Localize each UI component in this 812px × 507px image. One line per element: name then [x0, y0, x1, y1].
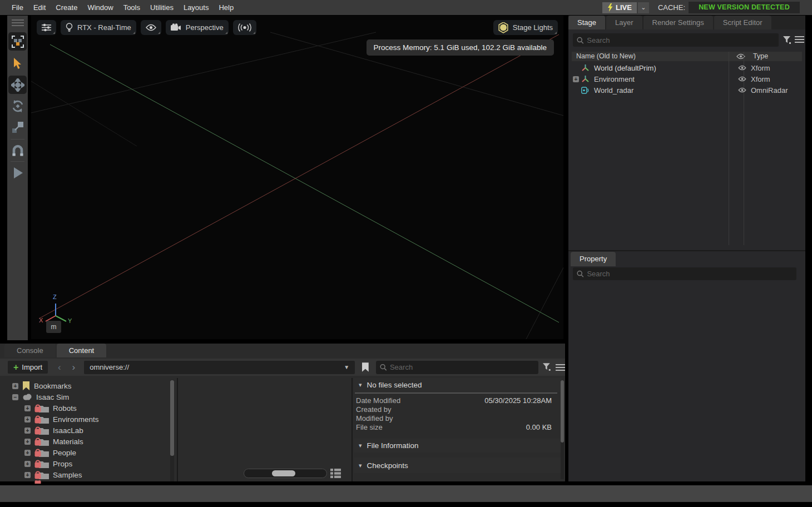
- import-button[interactable]: + Import: [8, 361, 48, 374]
- content-search-input[interactable]: [390, 363, 534, 371]
- details-scrollbar[interactable]: [561, 380, 564, 479]
- tree-item-robots[interactable]: + Robots: [4, 402, 171, 414]
- back-button[interactable]: ‹: [52, 362, 67, 373]
- tree-item-label: Isaac Sim: [36, 393, 69, 401]
- locked-folder-icon: [34, 415, 49, 424]
- slider-handle[interactable]: [272, 470, 295, 476]
- tree-item-props[interactable]: + Props: [4, 458, 171, 469]
- stage-options-icon[interactable]: [795, 34, 804, 44]
- play-button[interactable]: [8, 163, 27, 182]
- file-details-panel: ▾ No files selected Date Modified 05/30/…: [354, 378, 562, 481]
- stage-row-world[interactable]: World (defaultPrim) Xform: [572, 62, 802, 73]
- renderer-label: RTX - Real-Time: [77, 23, 131, 32]
- eye-icon[interactable]: [738, 65, 746, 71]
- column-type[interactable]: Type: [753, 52, 768, 61]
- broadcast-button[interactable]: [233, 20, 256, 35]
- expand-icon[interactable]: +: [24, 428, 31, 434]
- select-tool-button[interactable]: [8, 54, 27, 73]
- scale-tool-button[interactable]: [8, 118, 27, 136]
- content-search[interactable]: [376, 361, 539, 374]
- field-label: Date Modified: [356, 396, 400, 405]
- stage-search[interactable]: [573, 33, 779, 47]
- address-input[interactable]: [90, 363, 344, 371]
- move-tool-button[interactable]: [8, 76, 27, 94]
- stage-search-input[interactable]: [587, 36, 775, 44]
- expand-icon[interactable]: +: [12, 383, 18, 389]
- tab-stage[interactable]: Stage: [568, 16, 605, 29]
- stage-row-environment[interactable]: + Environment Xform: [572, 73, 802, 84]
- section-checkpoints[interactable]: ▾ Checkpoints: [354, 458, 562, 473]
- rotate-tool-button[interactable]: [8, 97, 27, 115]
- camera-selector-button[interactable]: Perspective: [166, 20, 229, 35]
- expand-icon[interactable]: +: [24, 450, 31, 456]
- expand-icon[interactable]: +: [24, 416, 31, 422]
- expand-icon[interactable]: +: [573, 76, 579, 82]
- expand-icon[interactable]: +: [24, 472, 31, 478]
- tab-console[interactable]: Console: [4, 344, 56, 357]
- toolbar-drag-handle[interactable]: [12, 19, 24, 26]
- section-file-information[interactable]: ▾ File Information: [354, 439, 562, 453]
- menu-item-help[interactable]: Help: [214, 0, 239, 15]
- column-name[interactable]: Name (Old to New): [576, 52, 636, 61]
- tree-item-bookmarks[interactable]: + Bookmarks: [4, 380, 171, 391]
- expand-icon[interactable]: +: [24, 405, 31, 411]
- tree-item-environments[interactable]: + Environments: [4, 414, 171, 425]
- stage-row-world-radar[interactable]: World_radar OmniRadar: [572, 84, 802, 96]
- live-dropdown-button[interactable]: ⌄: [638, 2, 649, 13]
- snap-tool-button[interactable]: [8, 141, 27, 160]
- property-search[interactable]: [573, 267, 796, 280]
- property-search-input[interactable]: [587, 270, 793, 278]
- viewport-3d[interactable]: RTX - Real-Time Perspective: [31, 16, 563, 339]
- xform-icon: [581, 64, 590, 72]
- forward-button[interactable]: ›: [67, 362, 81, 373]
- menu-item-layouts[interactable]: Layouts: [179, 0, 214, 15]
- bookmark-icon[interactable]: [362, 362, 369, 372]
- tree-item-people[interactable]: + People: [4, 447, 171, 458]
- tree-scrollbar[interactable]: [170, 380, 174, 481]
- thumbnail-size-slider[interactable]: [244, 469, 327, 478]
- expand-icon[interactable]: +: [24, 461, 31, 467]
- tab-script-editor[interactable]: Script Editor: [714, 16, 771, 29]
- tab-render-settings[interactable]: Render Settings: [643, 16, 713, 29]
- renderer-selector-button[interactable]: RTX - Real-Time: [61, 20, 136, 35]
- live-sync-button[interactable]: LIVE: [602, 2, 637, 13]
- version-notice[interactable]: NEW VERSION DETECTED: [689, 2, 800, 13]
- address-bar[interactable]: ▼: [84, 361, 355, 374]
- cache-label: CACHE:: [658, 3, 685, 12]
- details-header[interactable]: ▾ No files selected: [354, 378, 562, 392]
- expand-icon[interactable]: +: [24, 439, 31, 445]
- menu-item-create[interactable]: Create: [51, 0, 82, 15]
- viewport-settings-button[interactable]: [37, 20, 56, 35]
- menu-item-window[interactable]: Window: [82, 0, 118, 15]
- tree-item-label: People: [53, 449, 76, 457]
- tab-property[interactable]: Property: [571, 252, 616, 266]
- tree-item-isaaclab[interactable]: + IsaacLab: [4, 425, 171, 436]
- axis-gizmo[interactable]: Z X Y m: [36, 294, 80, 337]
- tree-item-samples[interactable]: + Samples: [4, 469, 171, 480]
- grid-view-icon[interactable]: [330, 469, 341, 478]
- selection-mode-button[interactable]: [8, 32, 27, 51]
- play-icon: [12, 167, 23, 179]
- tab-layer[interactable]: Layer: [606, 16, 642, 29]
- eye-icon[interactable]: [738, 87, 746, 93]
- menu-bar: File Edit Create Window Tools Utilities …: [0, 0, 812, 15]
- search-icon: [577, 270, 583, 277]
- content-options-icon[interactable]: [556, 362, 565, 372]
- menu-item-edit[interactable]: Edit: [28, 0, 51, 15]
- isaac-sim-window: File Edit Create Window Tools Utilities …: [0, 0, 812, 507]
- filter-icon[interactable]: [543, 363, 551, 371]
- visibility-button[interactable]: [141, 20, 161, 35]
- tree-item-isaac-sim[interactable]: − Isaac Sim: [4, 391, 171, 402]
- menu-item-file[interactable]: File: [7, 0, 28, 15]
- units-badge[interactable]: m: [46, 321, 61, 333]
- content-tree: + Bookmarks − Isaac Sim +: [4, 380, 171, 484]
- eye-icon[interactable]: [738, 76, 746, 82]
- tab-content[interactable]: Content: [57, 344, 107, 357]
- address-dropdown-icon[interactable]: ▼: [344, 364, 349, 370]
- tree-item-materials[interactable]: + Materials: [4, 436, 171, 447]
- collapse-icon[interactable]: −: [12, 394, 18, 400]
- stage-lights-button[interactable]: Stage Lights: [493, 20, 558, 35]
- filter-icon[interactable]: [783, 36, 791, 44]
- menu-item-tools[interactable]: Tools: [118, 0, 145, 15]
- menu-item-utilities[interactable]: Utilities: [145, 0, 179, 15]
